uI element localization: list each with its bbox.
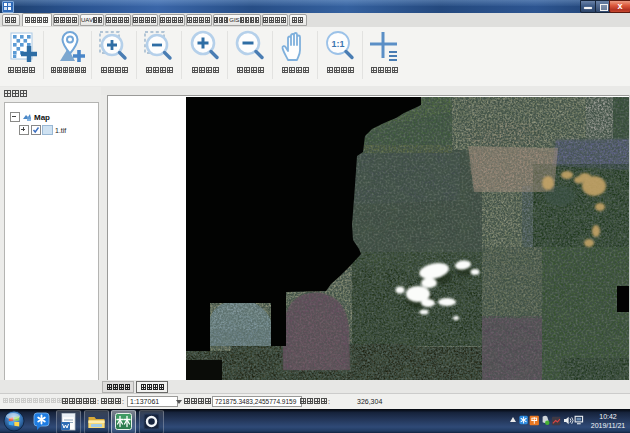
svg-text:1:1: 1:1 <box>331 39 344 49</box>
